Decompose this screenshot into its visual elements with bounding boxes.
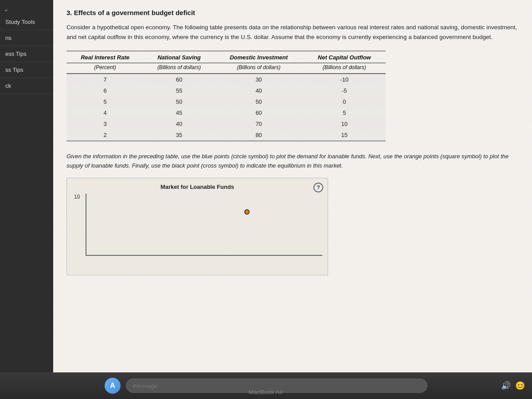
cell-investment: 60 [215, 107, 303, 118]
cell-saving: 45 [144, 107, 215, 118]
chart-data-point [244, 209, 250, 215]
cell-saving: 35 [144, 129, 215, 141]
instructions-text: Given the information in the preceding t… [66, 152, 519, 171]
col-header-saving: National Saving [144, 51, 215, 63]
col-header-outflow: Net Capital Outflow [303, 51, 386, 63]
chart-container: ? Market for Loanable Funds 10 [66, 178, 328, 275]
cell-investment: 80 [215, 129, 303, 141]
taskbar-right: 🔊 😊 [501, 381, 525, 391]
cell-outflow: -5 [303, 85, 386, 96]
sidebar-item-ck[interactable]: ck [0, 78, 53, 94]
data-table: Real Interest Rate National Saving Domes… [66, 51, 386, 141]
table-body: 76030-1065540-55505004456053407010235801… [66, 74, 386, 141]
table-header-row: Real Interest Rate National Saving Domes… [66, 51, 386, 63]
cell-rate: 2 [66, 129, 144, 141]
cell-outflow: 10 [303, 118, 386, 129]
col-subheader-rate: (Percent) [66, 63, 144, 74]
sidebar-item-ss-tips[interactable]: ss Tips [0, 62, 53, 78]
table-subheader-row: (Percent) (Billions of dollars) (Billion… [66, 63, 386, 74]
emoji-icon: 😊 [515, 381, 525, 391]
col-subheader-saving: (Billions of dollars) [144, 63, 215, 74]
sidebar-chevron[interactable]: ⌄ [0, 4, 53, 14]
table-row: 3407010 [66, 118, 386, 129]
cell-rate: 3 [66, 118, 144, 129]
help-button[interactable]: ? [313, 183, 323, 192]
col-subheader-outflow: (Billions of dollars) [303, 63, 386, 74]
col-subheader-investment: (Billions of dollars) [215, 63, 303, 74]
question-title: 3. Effects of a government budget defici… [66, 9, 519, 16]
cell-saving: 50 [144, 96, 215, 107]
sidebar-item-ns[interactable]: ns [0, 30, 53, 46]
cell-saving: 40 [144, 118, 215, 129]
cell-rate: 4 [66, 107, 144, 118]
mac-window: ⌄ Study Tools ns ess Tips ss Tips ck 3. … [0, 0, 532, 372]
question-body: Consider a hypothetical open economy. Th… [66, 23, 519, 42]
main-content: 3. Effects of a government budget defici… [53, 0, 532, 372]
cell-outflow: 0 [303, 96, 386, 107]
chart-inner: 10 [72, 194, 322, 256]
table-row: 550500 [66, 96, 386, 107]
table-row: 65540-5 [66, 85, 386, 96]
cell-outflow: 15 [303, 129, 386, 141]
sidebar-item-study-tools[interactable]: Study Tools [0, 14, 53, 30]
col-header-investment: Domestic Investment [215, 51, 303, 63]
cell-rate: 7 [66, 74, 144, 85]
chart-area: 10 [72, 194, 322, 256]
table-row: 76030-10 [66, 74, 386, 85]
cell-saving: 60 [144, 74, 215, 85]
table-row: 2358015 [66, 129, 386, 141]
cell-outflow: 5 [303, 107, 386, 118]
table-row: 445605 [66, 107, 386, 118]
chart-title: Market for Loanable Funds [72, 184, 322, 190]
cell-outflow: -10 [303, 74, 386, 85]
sidebar-item-ess-tips[interactable]: ess Tips [0, 46, 53, 62]
cell-rate: 6 [66, 85, 144, 96]
cell-investment: 70 [215, 118, 303, 129]
y-axis-value: 10 [74, 194, 80, 200]
cell-rate: 5 [66, 96, 144, 107]
cell-investment: 30 [215, 74, 303, 85]
cell-investment: 40 [215, 85, 303, 96]
sidebar: ⌄ Study Tools ns ess Tips ss Tips ck [0, 0, 53, 372]
col-header-rate: Real Interest Rate [66, 51, 144, 63]
macbook-label: MacBook Air [249, 389, 283, 395]
volume-icon: 🔊 [501, 381, 511, 391]
cell-saving: 55 [144, 85, 215, 96]
cell-investment: 50 [215, 96, 303, 107]
a-button[interactable]: A [105, 378, 121, 394]
